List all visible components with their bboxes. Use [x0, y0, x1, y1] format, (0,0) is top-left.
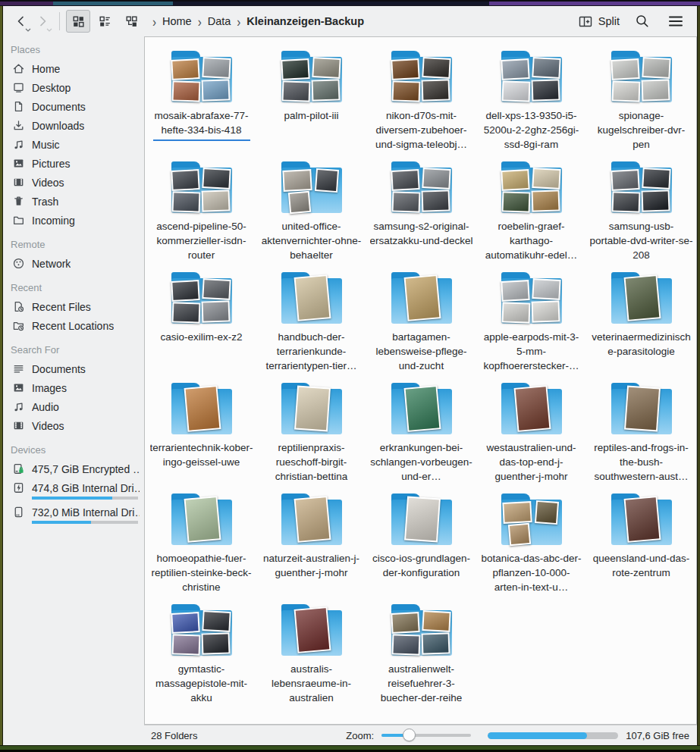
folder-item-naturzeit-australien-j-guenther-j-mohr[interactable]: naturzeit-australien-j-guenther-j-mohr — [256, 492, 366, 603]
sidebar-item-videos[interactable]: Videos — [3, 173, 144, 192]
photo-thumbnail — [281, 58, 309, 80]
icons-view-icon — [72, 15, 85, 28]
folder-icon — [497, 492, 567, 548]
details-view-button[interactable] — [93, 10, 117, 33]
folder-item-botanica-das-abc-der-pflanzen-10-000-arten-in-text-u[interactable]: botanica-das-abc-der-pflanzen-10-000-art… — [476, 492, 586, 603]
folder-label: reptilienpraxis-rueschoff-birgit-christi… — [260, 440, 363, 484]
folder-item-australienwelt-reisefuehrer-3-buecher-der-reihe[interactable]: australienwelt-reisefuehrer-3-buecher-de… — [366, 603, 476, 713]
sidebar-item-audio[interactable]: Audio — [3, 397, 144, 416]
folder-icon — [167, 49, 237, 105]
photo-thumbnail — [201, 300, 230, 322]
sidebar-item-label: Images — [32, 382, 67, 394]
folder-item-terrarientechnik-kober-ingo-geissel-uwe[interactable]: terrarientechnik-kober-ingo-geissel-uwe — [146, 381, 256, 492]
folder-label: reptiles-and-frogs-in-the-bush-southwest… — [590, 440, 693, 484]
folder-item-ascend-pipeline-50-kommerzieller-isdn-router[interactable]: ascend-pipeline-50-kommerzieller-isdn-ro… — [146, 160, 256, 271]
sidebar-item-475-7-gib-encrypted[interactable]: 475,7 GiB Encrypted … — [3, 459, 144, 478]
sidebar-item-recent-locations[interactable]: Recent Locations — [3, 316, 144, 335]
breadcrumb-separator-icon: › — [236, 13, 241, 29]
folder-item-queensland-und-das-rote-zentrum[interactable]: queensland-und-das-rote-zentrum — [586, 492, 696, 603]
split-button-label: Split — [598, 15, 620, 27]
folder-item-cisco-ios-grundlagen-der-konfiguration[interactable]: cisco-ios-grundlagen-der-konfiguration — [366, 492, 476, 603]
sidebar-item-732-0-mib-internal-dri[interactable]: 732,0 MiB Internal Dri… — [3, 503, 144, 527]
sidebar-sections: PlacesHomeDesktopDocumentsDownloadsMusic… — [3, 44, 144, 527]
icons-view-button[interactable] — [66, 10, 90, 33]
sidebar-item-474-8-gib-internal-dri[interactable]: 474,8 GiB Internal Dri… — [3, 478, 144, 503]
folder-item-veterinaermedizinische-parasitologie[interactable]: veterinaermedizinische-parasitologie — [586, 271, 696, 381]
sidebar-item-label: Documents — [32, 101, 86, 113]
breadcrumb-item-kleinanzeigen-backup[interactable]: Kleinanzeigen-Backup — [246, 15, 364, 27]
forward-button[interactable] — [32, 10, 53, 33]
sidebar-item-label: Documents — [32, 363, 86, 375]
folder-label: veterinaermedizinische-parasitologie — [590, 330, 693, 359]
sidebar-item-pictures[interactable]: Pictures — [3, 154, 144, 173]
split-button[interactable]: Split — [579, 15, 620, 28]
folder-item-reptilienpraxis-rueschoff-birgit-christian-bettina[interactable]: reptilienpraxis-rueschoff-birgit-christi… — [256, 381, 366, 492]
sidebar-item-documents[interactable]: Documents — [3, 97, 144, 116]
folder-item-apple-earpods-mit-3-5-mm-kopfhoererstecker[interactable]: apple-earpods-mit-3-5-mm-kopfhoerersteck… — [476, 271, 586, 381]
tree-view-button[interactable] — [119, 10, 143, 33]
back-button[interactable] — [11, 10, 32, 33]
sidebar-item-incoming[interactable]: Incoming — [3, 211, 144, 230]
folder-item-samsung-usb-portable-dvd-writer-se-208[interactable]: samsung-usb-portable-dvd-writer-se-208 — [586, 160, 696, 271]
photo-thumbnail — [501, 169, 529, 191]
photo-thumbnail — [201, 190, 230, 212]
sidebar-item-downloads[interactable]: Downloads — [3, 116, 144, 135]
desktop-top-edge — [0, 0, 700, 6]
breadcrumb-item-data[interactable]: Data — [208, 15, 231, 27]
sidebar-item-network[interactable]: Network — [3, 254, 144, 273]
folder-item-nikon-d70s-mit-diversem-zubehoer-und-sigma-teleobj[interactable]: nikon-d70s-mit-diversem-zubehoer-und-sig… — [366, 49, 476, 160]
photo-thumbnail — [294, 386, 331, 432]
folder-item-erkrankungen-bei-schlangen-vorbeugen-und-er[interactable]: erkrankungen-bei-schlangen-vorbeugen-und… — [366, 381, 476, 492]
folder-item-gymtastic-massagepistole-mit-akku[interactable]: gymtastic-massagepistole-mit-akku — [146, 603, 256, 713]
sidebar-item-desktop[interactable]: Desktop — [3, 78, 144, 97]
desktop-icon — [12, 81, 25, 94]
folder-label: naturzeit-australien-j-guenther-j-mohr — [260, 551, 363, 580]
folder-item-casio-exilim-ex-z2[interactable]: casio-exilim-ex-z2 — [146, 271, 256, 381]
search-button[interactable] — [632, 11, 653, 32]
photo-thumbnail — [293, 496, 331, 543]
sidebar-item-trash[interactable]: Trash — [3, 192, 144, 211]
sidebar-item-label: Audio — [32, 401, 59, 413]
folder-label: australis-lebensraeume-in-australien — [260, 662, 363, 705]
photo-thumbnail — [403, 274, 441, 321]
section-title-remote: Remote — [11, 239, 144, 250]
folder-item-bartagamen-lebensweise-pflege-und-zucht[interactable]: bartagamen-lebensweise-pflege-und-zucht — [366, 271, 476, 381]
photo-thumbnail — [534, 500, 558, 525]
sidebar-item-documents[interactable]: Documents — [3, 359, 144, 378]
folder-item-mosaik-abrafaxe-77-hefte-334-bis-418[interactable]: mosaik-abrafaxe-77-hefte-334-bis-418 — [146, 49, 256, 160]
folder-item-united-office-aktenvernichter-ohne-behaelter[interactable]: united-office-aktenvernichter-ohne-behae… — [256, 160, 366, 271]
menu-button[interactable] — [665, 11, 686, 32]
folder-item-handbuch-der-terrarienkunde-terrarientypen-tier[interactable]: handbuch-der-terrarienkunde-terrarientyp… — [256, 271, 366, 381]
folder-icon — [497, 160, 567, 216]
folder-item-reptiles-and-frogs-in-the-bush-southwestern-aust[interactable]: reptiles-and-frogs-in-the-bush-southwest… — [586, 381, 696, 492]
folder-item-westaustralien-und-das-top-end-j-guenther-j-mohr[interactable]: westaustralien-und-das-top-end-j-guenthe… — [476, 381, 586, 492]
window-border-right — [697, 6, 700, 745]
sidebar-item-music[interactable]: Music — [3, 135, 144, 154]
photo-thumbnail — [501, 191, 530, 212]
breadcrumb-item-home[interactable]: Home — [162, 15, 192, 27]
sidebar-item-label: Recent Files — [32, 301, 91, 313]
sidebar-item-home[interactable]: Home — [3, 59, 144, 78]
photo-thumbnail — [611, 58, 639, 80]
sidebar-item-recent-files[interactable]: Recent Files — [3, 297, 144, 316]
photo-thumbnail — [391, 191, 420, 212]
folder-icon — [277, 603, 347, 659]
sidebar-item-videos[interactable]: Videos — [3, 416, 144, 435]
folder-item-palm-pilot-iii[interactable]: palm-pilot-iii — [256, 49, 366, 160]
folder-item-homoeopathie-fuer-reptilien-steinke-beck-christine[interactable]: homoeopathie-fuer-reptilien-steinke-beck… — [146, 492, 256, 603]
folder-item-samsung-s2-original-ersatzakku-und-deckel[interactable]: samsung-s2-original-ersatzakku-und-decke… — [366, 160, 476, 271]
folder-item-australis-lebensraeume-in-australien[interactable]: australis-lebensraeume-in-australien — [256, 603, 366, 713]
zoom-slider-handle[interactable] — [403, 728, 416, 741]
photo-thumbnail — [502, 501, 532, 524]
folder-item-dell-xps-13-9350-i5-5200u-2-2ghz-256gi-ssd-8gi-ram[interactable]: dell-xps-13-9350-i5-5200u-2-2ghz-256gi-s… — [476, 49, 586, 160]
photo-thumbnail — [171, 80, 200, 102]
folder-item-roebelin-graef-karthago-automatikuhr-edel[interactable]: roebelin-graef-karthago-automatikuhr-ede… — [476, 160, 586, 271]
folder-item-spionage-kugelschreiber-dvr-pen[interactable]: spionage-kugelschreiber-dvr-pen — [586, 49, 696, 160]
drive-bolt-icon — [12, 481, 25, 494]
folder-icon — [387, 603, 457, 659]
sidebar-item-label: Downloads — [32, 120, 84, 132]
zoom-slider[interactable] — [381, 728, 471, 742]
sidebar-item-images[interactable]: Images — [3, 378, 144, 397]
places-panel: PlacesHomeDesktopDocumentsDownloadsMusic… — [3, 36, 144, 745]
dolphin-window: ›Home›Data›Kleinanzeigen-Backup Split — [3, 6, 697, 745]
